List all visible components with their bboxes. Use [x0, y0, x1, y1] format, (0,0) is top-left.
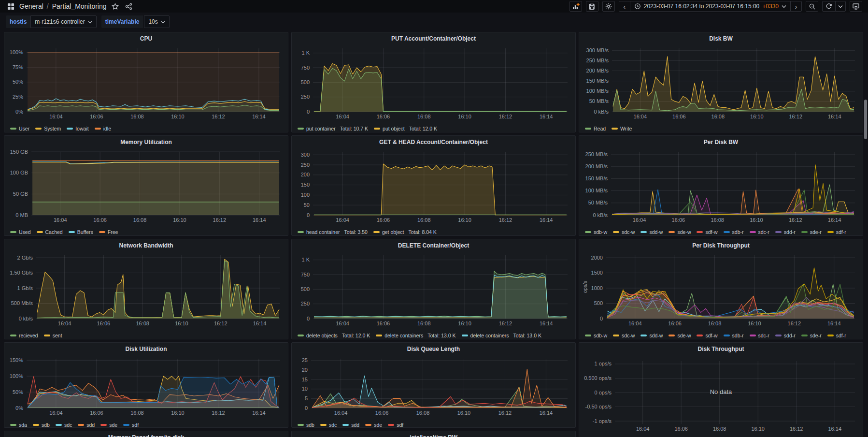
- legend-item-sdf-r[interactable]: sdf-r: [827, 333, 846, 338]
- legend-item-sdb-r[interactable]: sdb-r: [724, 229, 744, 235]
- chart-canvas[interactable]: 0 kB/s50 MB/s100 MB/s150 MB/s200 MB/s250…: [582, 45, 860, 120]
- legend-item-sdb-w[interactable]: sdb-w: [585, 333, 607, 338]
- panel-title[interactable]: /etc/localtime BW: [292, 431, 575, 437]
- legend-item-sdf[interactable]: sdf: [388, 422, 403, 428]
- legend-item-iowait[interactable]: Iowait: [67, 126, 88, 131]
- panel-title[interactable]: Memory Utilization: [4, 136, 288, 148]
- variable-hostls[interactable]: hostlsm-r1z1s6-controller: [6, 15, 97, 28]
- legend-item-head-container[interactable]: head containerTotal: 3.50: [298, 229, 368, 235]
- breadcrumb-section[interactable]: General: [19, 2, 43, 10]
- legend-item-sdf-w[interactable]: sdf-w: [697, 333, 717, 338]
- legend-item-free[interactable]: Free: [99, 229, 118, 235]
- time-series-chart[interactable]: 02505007501 K16:0416:0616:0816:1016:1216…: [295, 252, 572, 329]
- time-series-chart[interactable]: 0 kB/s50 MB/s100 MB/s150 MB/s200 MB/s250…: [582, 148, 860, 226]
- time-series-chart[interactable]: 1 ops/s0.500 ops/s0 ops/s-0.50 ops/s-1 o…: [582, 355, 860, 437]
- legend-item-sdd-r[interactable]: sdd-r: [775, 333, 796, 338]
- panel-title[interactable]: CPU: [4, 32, 288, 45]
- legend-item-system[interactable]: System: [35, 126, 61, 131]
- chart-canvas[interactable]: 02505007501 K16:0416:0616:0816:1016:1216…: [295, 252, 572, 327]
- legend-item-sdf[interactable]: sdf: [123, 422, 139, 428]
- legend-item-recieved[interactable]: recieved: [10, 333, 38, 338]
- panel-title[interactable]: Disk Throughput: [579, 343, 863, 355]
- chart-canvas[interactable]: 0%25%50%75%100%16:0416:0616:0816:1016:12…: [7, 45, 285, 120]
- breadcrumb-page[interactable]: Partial_Monitoring: [52, 2, 107, 10]
- kiosk-mode-button[interactable]: [850, 1, 862, 12]
- panel-title[interactable]: DELETE Container/Object: [292, 239, 575, 252]
- legend-item-buffers[interactable]: Buffers: [69, 229, 93, 235]
- legend-item-get-object[interactable]: get objectTotal: 8.04 K: [373, 229, 437, 235]
- chart-canvas[interactable]: 0 MB50 GB100 GB150 GB16:0416:0616:0816:1…: [7, 148, 285, 224]
- legend-item-sde[interactable]: sde: [365, 422, 382, 428]
- chart-canvas[interactable]: 02505007501 K16:0416:0616:0816:1016:1216…: [295, 45, 572, 120]
- variable-value-dropdown[interactable]: m-r1z1s6-controller: [30, 15, 96, 28]
- legend-item-sde-w[interactable]: sde-w: [669, 333, 691, 338]
- chart-canvas[interactable]: 0 kb/s500 Mb/s1 Gb/s1.50 Gb/s2 Gb/s16:04…: [7, 252, 285, 327]
- legend-item-sde-r[interactable]: sde-r: [801, 229, 822, 235]
- share-icon[interactable]: [124, 1, 134, 11]
- time-shift-forward-button[interactable]: ›: [790, 1, 802, 12]
- time-series-chart[interactable]: 051015202516:0416:0616:0816:1016:1216:14: [295, 355, 572, 419]
- legend-item-idle[interactable]: idle: [95, 126, 111, 131]
- legend-item-sda[interactable]: sda: [10, 422, 27, 428]
- time-series-chart[interactable]: 05010015020025030016:0416:0616:0816:1016…: [295, 148, 572, 226]
- legend-item-delete-containers[interactable]: delete containersTotal: 13.0 K: [376, 333, 455, 338]
- legend-item-sde-r[interactable]: sde-r: [801, 333, 822, 338]
- scrollbar[interactable]: [864, 13, 868, 437]
- add-panel-button[interactable]: [569, 1, 582, 12]
- legend-item-sdd-w[interactable]: sdd-w: [640, 333, 663, 338]
- legend-item-cached[interactable]: Cached: [37, 229, 63, 235]
- save-dashboard-button[interactable]: [586, 1, 598, 12]
- legend-item-delete-objects[interactable]: delete objectsTotal: 12.0 K: [298, 333, 370, 338]
- time-series-chart[interactable]: 02505007501 K16:0416:0616:0816:1016:1216…: [295, 45, 572, 122]
- legend-item-sdc-w[interactable]: sdc-w: [613, 229, 635, 235]
- legend-item-write[interactable]: Write: [612, 126, 632, 131]
- legend-item-sent[interactable]: sent: [44, 333, 62, 338]
- scrollbar-thumb[interactable]: [864, 100, 867, 139]
- chart-canvas[interactable]: 05010015020025030016:0416:0616:0816:1016…: [295, 148, 572, 224]
- panel-title[interactable]: Memory Paged from/to disk: [4, 431, 288, 437]
- legend-item-sdc-w[interactable]: sdc-w: [613, 333, 635, 338]
- time-shift-back-button[interactable]: ‹: [619, 1, 630, 12]
- time-series-chart[interactable]: 0 kb/s500 Mb/s1 Gb/s1.50 Gb/s2 Gb/s16:04…: [7, 252, 285, 329]
- panel-title[interactable]: GET & HEAD Account/Container/Object: [292, 136, 575, 148]
- panel-title[interactable]: Disk Queue Length: [292, 343, 575, 355]
- chart-canvas[interactable]: 0 kB/s50 MB/s100 MB/s150 MB/s200 MB/s250…: [582, 148, 860, 224]
- variable-value-dropdown[interactable]: 10s: [144, 15, 169, 28]
- legend-item-sdb[interactable]: sdb: [298, 422, 314, 428]
- legend-item-sdd-w[interactable]: sdd-w: [640, 229, 663, 235]
- legend-item-sdc-r[interactable]: sdc-r: [750, 229, 769, 235]
- legend-item-sdd-r[interactable]: sdd-r: [775, 229, 796, 235]
- chart-canvas[interactable]: 0%50%100%150%16:0416:0616:0816:1016:1216…: [7, 355, 285, 417]
- panel-title[interactable]: Per Disk Throughput: [579, 239, 863, 252]
- dashboard-settings-gear-icon[interactable]: [602, 1, 615, 12]
- legend-item-user[interactable]: User: [10, 126, 29, 131]
- panel-title[interactable]: Disk BW: [579, 32, 863, 45]
- legend-item-sdd[interactable]: sdd: [78, 422, 95, 428]
- time-series-chart[interactable]: 050010001500200016:0416:0616:0816:1016:1…: [582, 252, 860, 329]
- legend-item-used[interactable]: Used: [10, 229, 31, 235]
- legend-item-sdc[interactable]: sdc: [56, 422, 72, 428]
- legend-item-sdb-r[interactable]: sdb-r: [724, 333, 744, 338]
- panel-title[interactable]: Network Bandwidth: [4, 239, 288, 252]
- legend-item-sdc[interactable]: sdc: [320, 422, 337, 428]
- star-icon[interactable]: [111, 1, 120, 11]
- legend-item-read[interactable]: Read: [585, 126, 606, 131]
- variable-timevariable[interactable]: timeVariable10s: [101, 15, 170, 28]
- time-series-chart[interactable]: 0%25%50%75%100%16:0416:0616:0816:1016:12…: [7, 45, 285, 122]
- time-series-chart[interactable]: 0%50%100%150%16:0416:0616:0816:1016:1216…: [7, 355, 285, 419]
- chart-canvas[interactable]: 050010001500200016:0416:0616:0816:1016:1…: [582, 252, 860, 327]
- panel-title[interactable]: Disk Utilization: [4, 343, 288, 355]
- legend-item-put-object[interactable]: put objectTotal: 12.0 K: [374, 126, 437, 131]
- legend-item-sdb[interactable]: sdb: [33, 422, 50, 428]
- legend-item-sde[interactable]: sde: [100, 422, 117, 428]
- time-series-chart[interactable]: 0 MB50 GB100 GB150 GB16:0416:0616:0816:1…: [7, 148, 285, 226]
- panel-title[interactable]: PUT Account/Container/Object: [292, 32, 575, 45]
- refresh-button[interactable]: [822, 1, 836, 12]
- legend-item-sdf-w[interactable]: sdf-w: [697, 229, 717, 235]
- chart-canvas[interactable]: 051015202516:0416:0616:0816:1016:1216:14: [295, 355, 572, 417]
- legend-item-sdc-r[interactable]: sdc-r: [750, 333, 769, 338]
- legend-item-put-container[interactable]: put containerTotal: 10.7 K: [298, 126, 368, 131]
- panel-title[interactable]: Per Disk BW: [579, 136, 863, 148]
- chart-canvas[interactable]: 1 ops/s0.500 ops/s0 ops/s-0.50 ops/s-1 o…: [582, 355, 860, 437]
- legend-item-sdf-r[interactable]: sdf-r: [827, 229, 846, 235]
